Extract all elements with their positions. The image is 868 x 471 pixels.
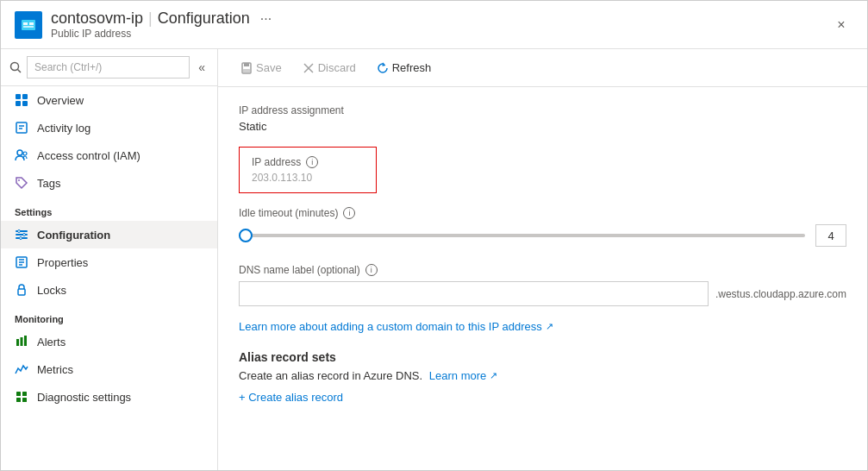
alias-desc-text: Create an alias record in Azure DNS. [239,369,422,382]
ip-assignment-label: IP address assignment [239,104,846,116]
ip-address-box: IP address i 203.0.113.10 [239,147,377,193]
config-icon [15,228,28,242]
sidebar-item-properties[interactable]: Properties [1,248,217,276]
svg-rect-1 [23,22,28,25]
dns-name-label: DNS name label (optional) [239,264,360,276]
svg-point-20 [23,234,26,236]
idle-timeout-info-icon[interactable]: i [343,207,355,219]
sidebar-item-metrics-label: Metrics [37,363,73,376]
svg-rect-36 [243,69,250,72]
svg-point-4 [11,63,19,71]
search-bar: « [1,49,217,86]
svg-rect-31 [22,392,27,396]
svg-rect-8 [16,101,21,106]
alias-learn-more-text: Learn more [429,369,486,382]
svg-rect-6 [16,94,21,99]
svg-point-13 [17,150,22,155]
svg-point-14 [23,152,27,155]
title-ellipsis[interactable]: ··· [260,11,272,27]
activity-icon [15,121,28,135]
idle-timeout-slider[interactable] [239,234,805,237]
save-button[interactable]: Save [232,56,290,79]
resource-icon [15,11,42,39]
svg-rect-27 [16,339,19,346]
ip-assignment-section: IP address assignment Static [239,104,846,133]
locks-icon [15,283,28,297]
sidebar-item-access-control[interactable]: Access control (IAM) [1,141,217,169]
sidebar-item-properties-label: Properties [37,256,88,269]
learn-more-domain-text: Learn more about adding a custom domain … [239,320,542,333]
azure-portal-window: contosovm-ip | Configuration ··· Public … [0,0,868,471]
sidebar-item-tags[interactable]: Tags [1,169,217,197]
sidebar-item-tags-label: Tags [37,177,60,190]
sidebar-item-overview[interactable]: Overview [1,86,217,114]
sidebar-item-config-label: Configuration [37,229,110,242]
overview-icon [15,93,28,107]
sidebar: « Overview [1,49,218,470]
close-button[interactable]: × [829,13,853,37]
dns-name-input[interactable] [239,281,709,306]
sidebar-item-access-label: Access control (IAM) [37,149,141,162]
title-separator: | [148,9,153,28]
search-icon [9,61,22,73]
page-section: Configuration [158,9,250,28]
alias-section: Alias record sets Create an alias record… [239,350,846,404]
search-input[interactable] [27,56,190,78]
resource-subtitle: Public IP address [51,28,829,40]
sidebar-item-alerts[interactable]: Alerts [1,328,217,355]
alias-external-icon: ↗ [490,370,497,381]
diagnostic-icon [15,390,28,404]
slider-row: 4 [239,224,846,247]
svg-point-19 [18,230,21,233]
slider-thumb[interactable] [239,229,253,242]
main-panel: Save Discard Refresh [218,49,867,470]
external-link-icon: ↗ [546,321,553,332]
title-bar-text: contosovm-ip | Configuration ··· Public … [51,9,829,40]
properties-icon [15,255,28,269]
learn-more-domain-link[interactable]: Learn more about adding a custom domain … [239,320,553,333]
dns-label-row: DNS name label (optional) i [239,264,846,276]
svg-rect-28 [21,337,23,346]
refresh-icon [377,62,389,74]
sidebar-item-overview-label: Overview [37,94,84,107]
toolbar: Save Discard Refresh [218,49,867,87]
slider-value: 4 [815,224,846,247]
dns-suffix: .westus.cloudapp.azure.com [715,288,846,300]
svg-rect-7 [22,94,28,99]
sidebar-item-diagnostic-label: Diagnostic settings [37,391,131,404]
content-area: « Overview [1,49,867,470]
svg-rect-26 [18,289,25,295]
alias-learn-more-link[interactable]: Learn more ↗ [429,369,497,382]
svg-rect-33 [22,398,27,402]
ip-address-value: 203.0.113.10 [252,172,364,184]
svg-rect-29 [24,336,27,346]
idle-timeout-label-row: Idle timeout (minutes) i [239,207,846,219]
main-content: IP address assignment Static IP address … [218,87,867,470]
ip-address-label-text: IP address [252,156,301,168]
create-alias-record-button[interactable]: + Create alias record [239,391,343,404]
ip-assignment-value: Static [239,120,846,133]
title-bar: contosovm-ip | Configuration ··· Public … [1,1,867,49]
svg-line-5 [18,70,22,73]
sidebar-item-diagnostic[interactable]: Diagnostic settings [1,383,217,411]
svg-rect-9 [22,101,28,106]
discard-button[interactable]: Discard [294,56,365,79]
resource-name: contosovm-ip [51,9,143,28]
svg-rect-10 [16,122,27,133]
settings-section-label: Settings [1,197,217,221]
sidebar-item-locks[interactable]: Locks [1,276,217,304]
sidebar-item-activity-log[interactable]: Activity log [1,114,217,141]
sidebar-item-configuration[interactable]: Configuration [1,221,217,248]
svg-point-21 [20,237,22,240]
learn-more-domain-row: Learn more about adding a custom domain … [239,320,846,333]
dns-info-icon[interactable]: i [365,264,378,276]
alias-title: Alias record sets [239,350,846,364]
refresh-button[interactable]: Refresh [368,56,440,79]
monitoring-section-label: Monitoring [1,304,217,328]
dns-input-row: .westus.cloudapp.azure.com [239,281,846,306]
collapse-button[interactable]: « [195,59,209,76]
discard-icon [303,62,315,74]
sidebar-item-activity-label: Activity log [37,122,91,135]
ip-address-info-icon[interactable]: i [306,156,318,168]
sidebar-item-metrics[interactable]: Metrics [1,355,217,383]
